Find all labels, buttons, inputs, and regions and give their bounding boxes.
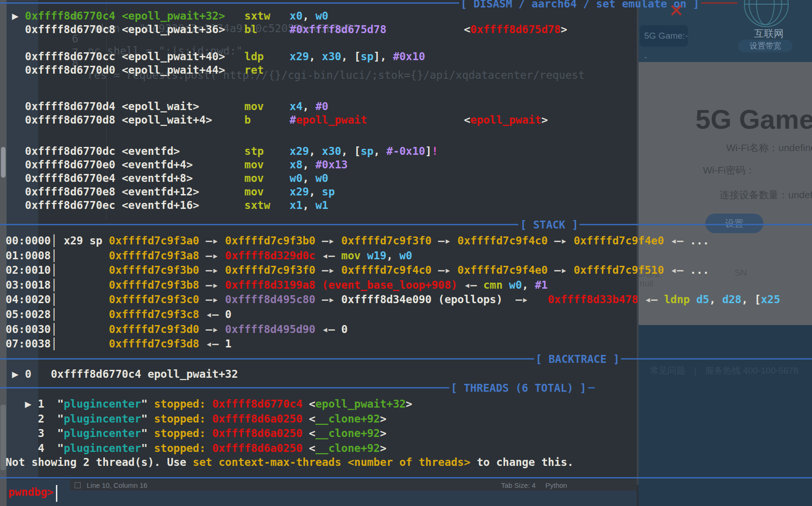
- terminal-row: 00:0000│ x29 sp 0xffffd7c9f3a0 —▸ 0xffff…: [6, 234, 780, 249]
- threads-separator: [588, 387, 595, 388]
- terminal-row: 4 "plugincenter" stopped: 0xffff8d6a0250…: [6, 441, 412, 456]
- pwndbg-prompt: pwndbg>: [8, 486, 54, 498]
- threads-notice: Not showing 2 thread(s). Use set context…: [6, 455, 574, 469]
- terminal-row: 06:0030│ 0xffffd7c9f3d0 —▸ 0xffff8d495d9…: [6, 322, 780, 337]
- terminal-row: 0xffff8d6770c8 <epoll_pwait+36> bl #0xff…: [6, 23, 567, 36]
- threads-header: [ THREADS (6 TOTAL) ]: [451, 382, 586, 394]
- statusbar-icon: [75, 482, 81, 488]
- internet-label: 互联网: [754, 27, 784, 40]
- disasm-block: 0xffff8d6770cc <epoll_pwait+40> ldp x29,…: [6, 50, 425, 77]
- editor-statusbar: Line 10, Column 16 Tab Size: 4 Python: [70, 479, 637, 491]
- backtrace-block: ▶ 0 0xffff8d6770c4 epoll_pwait+32: [6, 367, 238, 381]
- terminal-row: 05:0028│ 0xffffd7c9f3c8 ◂— 0: [6, 307, 780, 322]
- terminal-row: 0xffff8d6770dc <eventfd> stp x29, x30, […: [6, 145, 438, 158]
- terminal-row: 3 "plugincenter" stopped: 0xffff8d6a0250…: [6, 426, 412, 441]
- stack-block: 00:0000│ x29 sp 0xffffd7c9f3a0 —▸ 0xffff…: [6, 234, 780, 352]
- terminal-row: 0xffff8d6770d4 <epoll_wait> mov x4, #0: [6, 100, 548, 113]
- page-title: 5G Game频: [695, 104, 812, 135]
- terminal-row: 0xffff8d6770ec <eventfd+16> sxtw x1, w1: [6, 199, 438, 212]
- settings-button[interactable]: 设置: [705, 214, 764, 233]
- terminal-row: 0xffff8d6770e8 <eventfd+12> mov x29, sp: [6, 185, 438, 199]
- terminal-cursor[interactable]: [56, 485, 57, 502]
- terminal-row: 0xffff8d6770cc <epoll_pwait+40> ldp x29,…: [6, 50, 425, 63]
- terminal-row: 0xffff8d6770d8 <epoll_wait+4> b #epoll_p…: [6, 113, 548, 127]
- disasm-block: 0xffff8d6770d4 <epoll_wait> mov x4, #0 0…: [6, 100, 548, 127]
- terminal-row: 0xffff8d6770d0 <epoll_pwait+44> ret: [6, 63, 425, 77]
- page-footer-area: 常见问题 | 服务热线 400-100-5678: [639, 325, 812, 506]
- disasm-separator: [0, 2, 459, 4]
- backtrace-header: [ BACKTRACE ]: [536, 353, 619, 365]
- threads-separator: [0, 387, 449, 388]
- language-status[interactable]: Python: [545, 481, 567, 489]
- footer-links[interactable]: 常见问题 | 服务热线 400-100-5678: [650, 365, 798, 377]
- terminal-row: 01:0008│ 0xffffd7c9f3a8 —▸ 0xffff8d329d0…: [6, 249, 780, 263]
- close-icon[interactable]: [670, 4, 683, 17]
- set-bandwidth-button[interactable]: 设置带宽: [738, 40, 792, 52]
- stack-header: [ STACK ]: [520, 219, 578, 231]
- tab-size-status[interactable]: Tab Size: 4: [501, 481, 536, 489]
- wifi-status-badge: 5G Game:--: [640, 25, 688, 47]
- wifi-password-label: Wi-Fi密码：: [703, 164, 755, 177]
- terminal-row: 04:0020│ 0xffffd7c9f3c0 —▸ 0xffff8d495c8…: [6, 292, 780, 307]
- terminal-row: 02:0010│ 0xffffd7c9f3b0 —▸ 0xffffd7c9f3f…: [6, 263, 780, 278]
- terminal-row: ▶ 1 "plugincenter" stopped: 0xffff8d6770…: [6, 397, 412, 412]
- stack-separator: [0, 224, 518, 225]
- device-count-label: 连接设备数量：undefined: [720, 188, 812, 201]
- disasm-separator-red: [701, 2, 737, 4]
- wifi-name-label: Wi-Fi名称：undefined: [726, 141, 812, 154]
- disasm-block: 0xffff8d6770dc <eventfd> stp x29, x30, […: [6, 145, 438, 212]
- threads-block: ▶ 1 "plugincenter" stopped: 0xffff8d6770…: [6, 397, 412, 456]
- terminal-row: 2 "plugincenter" stopped: 0xffff8d6a0250…: [6, 412, 412, 427]
- terminal-row: ▶ 0 0xffff8d6770c4 epoll_pwait+32: [6, 367, 238, 381]
- terminal-row: ▶ 0xffff8d6770c4 <epoll_pwait+32> sxtw x…: [6, 9, 567, 23]
- backtrace-separator: [0, 358, 534, 360]
- terminal-row: 07:0038│ 0xffffd7c9f3d8 ◂— 1: [6, 337, 780, 352]
- terminal-row: 03:0018│ 0xffffd7c9f3b8 —▸ 0xffff8d3199a…: [6, 278, 780, 293]
- globe-icon: [744, 0, 789, 27]
- cursor-position-status[interactable]: Line 10, Column 16: [87, 481, 147, 489]
- disasm-block: ▶ 0xffff8d6770c4 <epoll_pwait+32> sxtw x…: [6, 9, 567, 36]
- terminal-row: Not showing 2 thread(s). Use set context…: [6, 455, 574, 469]
- backtrace-separator: [621, 358, 812, 360]
- terminal-row: 0xffff8d6770e0 <eventfd+4> mov x8, #0x13: [6, 158, 438, 172]
- stack-separator: [579, 224, 812, 225]
- terminal-row: 0xffff8d6770e4 <eventfd+8> mov w0, w0: [6, 172, 438, 185]
- disasm-header: [ DISASM / aarch64 / set emulate on ]: [461, 0, 699, 10]
- bottom-separator: [0, 477, 812, 478]
- scrollbar-thumb[interactable]: [1, 147, 6, 178]
- prompt-row[interactable]: pwndbg>: [8, 486, 54, 498]
